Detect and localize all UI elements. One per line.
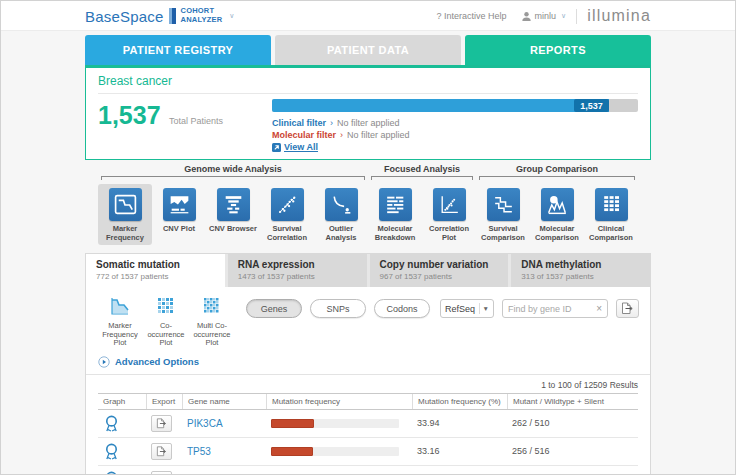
plot-toolbar: Marker Frequency Plot Co- occurrence Plo… [86, 287, 650, 350]
plot-tool-multi-co-occurrence[interactable]: Multi Co- occurrence Plot [190, 295, 234, 348]
plot-tool-co-occurrence[interactable]: Co- occurrence Plot [144, 295, 188, 348]
cohort-title: Breast cancer [98, 74, 638, 94]
user-chevron-down-icon: ∨ [561, 12, 566, 20]
view-all-icon [272, 143, 281, 152]
clinical-filter-link[interactable]: Clinical filter [272, 118, 326, 128]
molecular-filter-link[interactable]: Molecular filter [272, 130, 336, 140]
app-header: BaseSpace COHORT ANALYZER ∨ ? Interactiv… [1, 1, 735, 31]
expand-icon [98, 356, 110, 368]
gene-search-box: × [502, 299, 608, 318]
export-icon [621, 302, 635, 315]
analysis-tool-marker-frequency[interactable]: Marker Frequency [98, 184, 152, 245]
gene-link[interactable]: PIK3CA [187, 418, 223, 429]
analysis-tool-survival-comparison[interactable]: Survival Comparison [476, 184, 530, 245]
plot-tool-marker-frequency[interactable]: Marker Frequency Plot [98, 295, 142, 348]
marker-type-buttons: Genes SNPs Codons [246, 299, 430, 318]
data-type-tabs: Somatic mutation 772 of 1537 patients RN… [86, 254, 650, 287]
select-divider [479, 303, 480, 314]
illumina-logo: illumina [587, 7, 651, 25]
analysis-tool-molecular-breakdown[interactable]: Molecular Breakdown [368, 184, 422, 245]
pixel-grid-icon [155, 295, 177, 317]
heatmap-rows-icon [379, 188, 412, 221]
results-meta: 1 to 100 of 12509 Results [86, 375, 650, 393]
table-row: GATA3 10.49 81 / 691 [98, 466, 638, 475]
brand-divider-bar [169, 8, 176, 24]
histogram-circle-icon [541, 188, 574, 221]
analysis-toolbar: Marker Frequency CNV Plot CNV Browser Su… [98, 184, 638, 245]
arrow-right-icon: › [330, 118, 333, 128]
main-tabs: PATIENT REGISTRY PATIENT DATA REPORTS [85, 35, 651, 65]
step-line-chart-icon [109, 188, 142, 221]
clear-icon[interactable]: × [596, 303, 602, 314]
analysis-tool-cnv-browser[interactable]: CNV Browser [206, 184, 260, 245]
view-all-link[interactable]: View All [284, 142, 318, 152]
col-export: Export [146, 394, 182, 409]
user-menu[interactable]: minlu ∨ [521, 11, 567, 22]
analysis-tool-correlation-plot[interactable]: Correlation Plot [422, 184, 476, 245]
export-table-button[interactable] [616, 299, 639, 318]
mutant-ratio: 256 / 516 [507, 446, 638, 456]
cohort-panel: Breast cancer 1,537 Total Patients 1,537… [85, 65, 651, 160]
analysis-tool-cnv-plot[interactable]: CNV Plot [152, 184, 206, 245]
cnv-browser-icon [217, 188, 250, 221]
col-mutant-wildtype: Mutant / Wildtype + Silent [507, 394, 638, 409]
advanced-options-toggle[interactable]: Advanced Options [86, 350, 650, 375]
header-divider [576, 9, 577, 24]
export-row-button[interactable] [151, 443, 172, 460]
graph-icon[interactable] [103, 442, 120, 461]
interactive-help-link[interactable]: ? Interactive Help [436, 11, 506, 21]
clinical-filter-status: No filter applied [337, 118, 400, 128]
tab-patient-data[interactable]: PATIENT DATA [275, 35, 461, 65]
genes-button[interactable]: Genes [246, 299, 302, 318]
tab-rna-expression[interactable]: RNA expression 1473 of 1537 patients [228, 254, 367, 287]
group-bracket [371, 176, 473, 180]
snps-button[interactable]: SNPs [310, 299, 366, 318]
col-gene-name: Gene name [182, 394, 266, 409]
progress-value-badge: 1,537 [574, 99, 609, 112]
scatter-axes-icon [433, 188, 466, 221]
analysis-tool-outlier-analysis[interactable]: Outlier Analysis [314, 184, 368, 245]
analysis-tool-molecular-comparison[interactable]: Molecular Comparison [530, 184, 584, 245]
refseq-value: RefSeq [445, 304, 475, 314]
export-row-button[interactable] [151, 471, 172, 475]
user-name: minlu [535, 11, 557, 21]
refseq-select[interactable]: RefSeq ▼ [440, 299, 494, 318]
mutation-pct: 33.16 [412, 446, 507, 456]
col-mutation-frequency-pct: Mutation frequency (%) [412, 394, 507, 409]
mutant-ratio: 262 / 510 [507, 418, 638, 428]
tab-patient-registry[interactable]: PATIENT REGISTRY [85, 35, 271, 65]
tab-somatic-mutation[interactable]: Somatic mutation 772 of 1537 patients [86, 254, 225, 287]
survival-curves-icon [487, 188, 520, 221]
page: BaseSpace COHORT ANALYZER ∨ ? Interactiv… [0, 0, 736, 475]
total-patients-label: Total Patients [169, 116, 223, 126]
group-label-comparison: Group Comparison [476, 164, 638, 174]
basespace-logo: BaseSpace [85, 8, 164, 25]
total-patients-count: 1,537 [98, 101, 161, 129]
graph-icon[interactable] [103, 414, 120, 433]
analysis-tool-survival-correlation[interactable]: Survival Correlation [260, 184, 314, 245]
tab-dna-methylation[interactable]: DNA methylation 313 of 1537 patients [511, 254, 650, 287]
group-label-genome-wide: Genome wide Analysis [98, 164, 368, 174]
table-header: Graph Export Gene name Mutation frequenc… [98, 393, 638, 410]
pixel-grid-multi-icon [201, 295, 223, 317]
table-row: TP53 33.16 256 / 516 [98, 438, 638, 466]
tab-reports[interactable]: REPORTS [465, 35, 651, 65]
brand-chevron-down-icon[interactable]: ∨ [229, 12, 234, 20]
export-row-button[interactable] [151, 415, 172, 432]
scatter-trend-icon [271, 188, 304, 221]
col-graph: Graph [98, 394, 146, 409]
codons-button[interactable]: Codons [374, 299, 430, 318]
gene-search-input[interactable] [508, 304, 596, 314]
table-row: PIK3CA 33.94 262 / 510 [98, 410, 638, 438]
cnv-plot-icon [163, 188, 196, 221]
gene-link[interactable]: TP53 [187, 446, 211, 457]
graph-icon[interactable] [103, 470, 120, 475]
tab-copy-number-variation[interactable]: Copy number variation 967 of 1537 patien… [370, 254, 509, 287]
export-icon [156, 446, 168, 457]
mini-step-line-icon [109, 295, 131, 317]
caret-down-icon: ▼ [483, 305, 489, 312]
analysis-tool-clinical-comparison[interactable]: Clinical Comparison [584, 184, 638, 245]
mutation-frequency-bar [271, 447, 399, 456]
group-label-focused: Focused Analysis [368, 164, 476, 174]
progress-fill: 1,537 [272, 99, 609, 112]
